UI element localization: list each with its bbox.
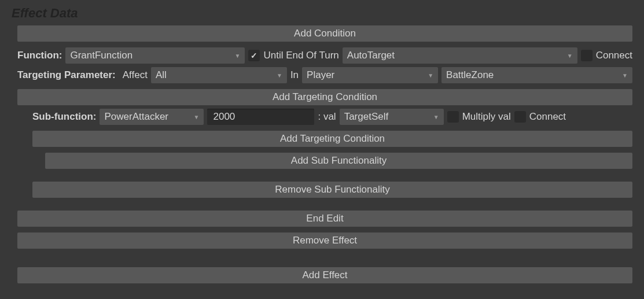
sub-target-value: TargetSelf xyxy=(344,111,389,123)
chevron-down-icon: ▼ xyxy=(235,53,241,59)
chevron-down-icon: ▼ xyxy=(277,72,282,79)
zone-select-value: BattleZone xyxy=(446,69,494,81)
connect-label: Connect xyxy=(596,50,632,61)
affect-select[interactable]: All ▼ xyxy=(151,67,287,83)
chevron-down-icon: ▼ xyxy=(622,72,628,79)
until-end-of-turn-label: Until End Of Turn xyxy=(263,50,338,61)
sub-target-select[interactable]: TargetSelf ▼ xyxy=(340,109,444,125)
sub-function-amount-input[interactable] xyxy=(207,109,314,125)
end-edit-button[interactable]: End Edit xyxy=(17,211,632,227)
until-end-of-turn-checkbox[interactable] xyxy=(248,50,260,61)
add-targeting-condition-button[interactable]: Add Targeting Condition xyxy=(17,89,632,105)
page-title: Effect Data xyxy=(12,6,632,21)
in-select[interactable]: Player ▼ xyxy=(302,67,438,83)
add-effect-button[interactable]: Add Effect xyxy=(17,267,632,283)
multiply-val-checkbox[interactable] xyxy=(447,111,459,123)
chevron-down-icon: ▼ xyxy=(428,72,433,79)
targeting-parameter-label: Targeting Parameter: xyxy=(17,69,116,81)
in-select-value: Player xyxy=(307,69,334,81)
sub-function-row: Sub-function: PowerAttacker ▼ : val Targ… xyxy=(32,109,632,125)
function-select-value: GrantFunction xyxy=(70,50,133,61)
multiply-val-label: Multiply val xyxy=(462,111,511,123)
affect-select-value: All xyxy=(156,69,167,81)
function-select[interactable]: GrantFunction ▼ xyxy=(65,47,245,64)
sub-function-select[interactable]: PowerAttacker ▼ xyxy=(100,109,204,125)
add-targeting-condition-button-2[interactable]: Add Targeting Condition xyxy=(32,131,632,147)
sub-function-value: PowerAttacker xyxy=(104,111,168,123)
in-label: In xyxy=(290,69,299,81)
sub-connect-label: Connect xyxy=(529,111,566,123)
function-label: Function: xyxy=(17,50,62,61)
affect-label: Affect xyxy=(123,69,148,81)
chevron-down-icon: ▼ xyxy=(433,114,439,120)
add-sub-functionality-button[interactable]: Add Sub Functionality xyxy=(45,153,632,169)
target-mode-select[interactable]: AutoTarget ▼ xyxy=(343,47,577,64)
chevron-down-icon: ▼ xyxy=(567,53,573,59)
remove-effect-button[interactable]: Remove Effect xyxy=(17,232,632,249)
add-condition-button[interactable]: Add Condition xyxy=(17,25,632,42)
chevron-down-icon: ▼ xyxy=(194,114,200,120)
function-row: Function: GrantFunction ▼ Until End Of T… xyxy=(17,47,632,64)
targeting-parameter-row: Targeting Parameter: Affect All ▼ In Pla… xyxy=(17,67,632,83)
remove-sub-functionality-button[interactable]: Remove Sub Functionality xyxy=(32,182,632,198)
sub-function-label: Sub-function: xyxy=(32,111,96,123)
sub-connect-checkbox[interactable] xyxy=(514,111,526,123)
zone-select[interactable]: BattleZone ▼ xyxy=(441,67,632,83)
connect-checkbox[interactable] xyxy=(581,50,593,61)
val-suffix-label: : val xyxy=(318,111,336,123)
target-mode-value: AutoTarget xyxy=(347,50,395,61)
